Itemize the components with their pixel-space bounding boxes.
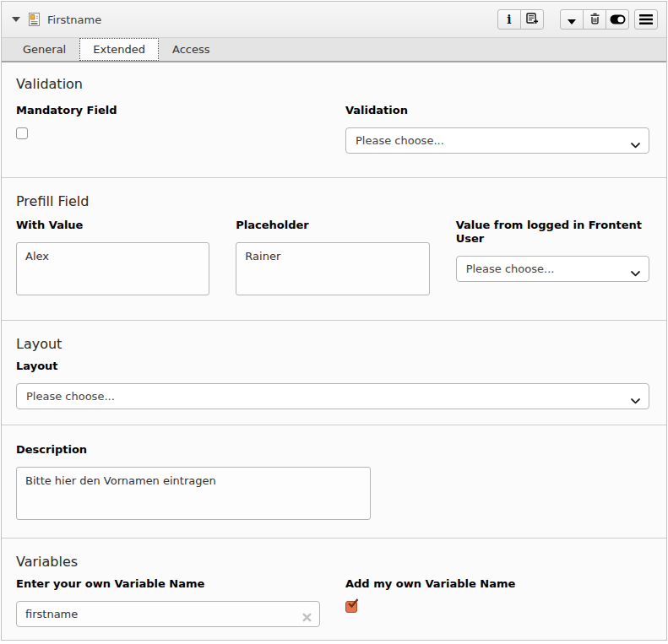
validation-select[interactable]: Please choose...	[345, 127, 649, 154]
toggle-icon	[610, 12, 626, 28]
frontend-user-label: Value from logged in Frontent User	[456, 219, 649, 246]
tab-access[interactable]: Access	[159, 38, 224, 61]
layout-select-value: Please choose...	[26, 390, 115, 403]
hamburger-icon	[639, 12, 653, 28]
mandatory-field-label: Mandatory Field	[16, 104, 320, 117]
variable-name-input[interactable]	[16, 601, 320, 627]
form-field-icon	[29, 13, 40, 26]
toggle-visibility-button[interactable]	[606, 9, 629, 30]
variable-name-label: Enter your own Variable Name	[16, 577, 320, 591]
tab-extended[interactable]: Extended	[79, 38, 159, 61]
with-value-textarea[interactable]: Alex	[16, 242, 209, 295]
chevron-down-icon	[631, 138, 640, 151]
section-prefill: Prefill Field With Value Alex Placeholde…	[2, 178, 666, 321]
section-layout: Layout Layout Please choose...	[2, 321, 666, 425]
copy-add-button[interactable]	[520, 9, 544, 30]
chevron-down-icon	[631, 394, 640, 407]
description-label: Description	[16, 443, 649, 457]
frontend-user-select-value: Please choose...	[466, 262, 555, 275]
section-heading-variables: Variables	[16, 554, 649, 570]
validation-label: Validation	[345, 104, 649, 117]
mandatory-field-checkbox[interactable]	[16, 127, 28, 139]
delete-button[interactable]	[583, 9, 606, 30]
section-heading-prefill: Prefill Field	[16, 193, 649, 209]
form-field-panel: Firstname i	[1, 1, 667, 641]
copy-plus-icon	[526, 12, 539, 28]
placeholder-textarea[interactable]: Rainer	[236, 242, 429, 295]
with-value-label: With Value	[16, 219, 209, 232]
section-description: Description Bitte hier den Vornamen eint…	[2, 425, 666, 538]
panel-title: Firstname	[47, 14, 101, 26]
toolbar: i	[497, 9, 658, 30]
info-button[interactable]: i	[497, 9, 521, 30]
caret-down-icon	[568, 12, 576, 28]
drag-handle-button[interactable]	[634, 9, 658, 30]
section-variables: Variables Enter your own Variable Name A…	[2, 538, 666, 641]
validation-select-value: Please choose...	[356, 134, 444, 147]
section-heading-validation: Validation	[16, 76, 649, 92]
add-own-variable-checkbox[interactable]	[345, 601, 357, 613]
description-textarea[interactable]: Bitte hier den Vornamen eintragen	[16, 467, 371, 520]
tab-general[interactable]: General	[9, 38, 79, 61]
layout-label: Layout	[16, 360, 649, 373]
add-own-variable-label: Add my own Variable Name	[345, 577, 649, 591]
collapse-caret-icon[interactable]	[12, 17, 20, 22]
clear-input-icon[interactable]	[302, 609, 312, 625]
panel-header: Firstname i	[2, 2, 666, 38]
section-heading-layout: Layout	[16, 336, 649, 352]
layout-select[interactable]: Please choose...	[16, 383, 649, 409]
placeholder-label: Placeholder	[236, 219, 429, 232]
tabbar: General Extended Access	[2, 38, 666, 62]
chevron-down-icon	[631, 267, 640, 279]
section-validation: Validation Mandatory Field Validation Pl…	[2, 62, 666, 178]
dropdown-button[interactable]	[560, 9, 584, 30]
trash-icon	[589, 12, 600, 28]
info-icon: i	[507, 14, 511, 25]
frontend-user-select[interactable]: Please choose...	[456, 256, 649, 282]
